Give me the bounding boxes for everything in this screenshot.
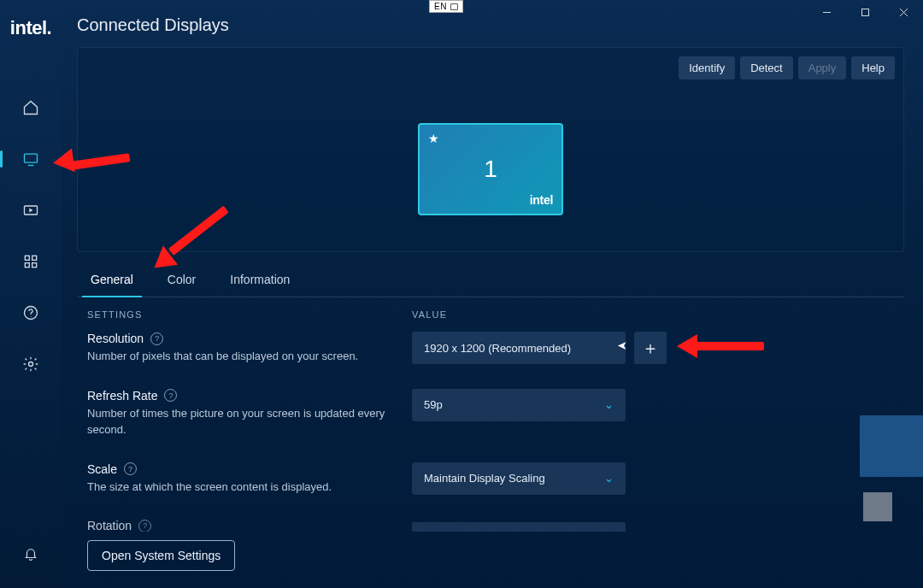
rotation-select[interactable] [412, 522, 626, 532]
language-indicator[interactable]: EN [429, 0, 463, 13]
refresh-title: Refresh Rate [87, 389, 157, 403]
scale-select[interactable]: Maintain Display Scaling ⌄ [412, 462, 626, 495]
help-circle-icon [22, 304, 39, 321]
scale-title: Scale [87, 462, 117, 476]
footer: Open System Settings [77, 532, 904, 588]
sidebar: intel. [0, 0, 62, 588]
column-header-value: VALUE [412, 309, 894, 320]
gear-icon [22, 356, 39, 373]
resolution-desc: Number of pixels that can be displayed o… [87, 349, 412, 365]
connected-displays-panel: Identify Detect Apply Help ★ 1 intel [77, 47, 904, 252]
window-controls [808, 0, 923, 24]
settings-tabs: General Color Information [77, 264, 904, 297]
rotation-title: Rotation [87, 519, 132, 532]
resolution-value: 1920 x 1200 (Recommended) [424, 342, 571, 355]
apply-button: Apply [798, 56, 847, 79]
decor-square [863, 492, 892, 521]
video-icon [22, 202, 39, 219]
help-icon[interactable]: ? [164, 389, 177, 402]
nav-display[interactable] [0, 142, 62, 176]
tab-color[interactable]: Color [164, 264, 199, 297]
display-tile-1[interactable]: ★ 1 intel [418, 123, 563, 215]
bell-icon [23, 546, 38, 562]
detect-button[interactable]: Detect [740, 56, 793, 79]
refresh-value: 59p [424, 398, 443, 411]
display-icon [22, 150, 39, 168]
nav-preferences[interactable] [0, 347, 62, 381]
primary-star-icon: ★ [428, 132, 439, 145]
help-button[interactable]: Help [851, 56, 895, 79]
home-icon [22, 99, 39, 116]
svg-rect-7 [25, 256, 29, 260]
scale-value: Maintain Display Scaling [424, 472, 545, 485]
row-resolution: Resolution? Number of pixels that can be… [77, 328, 904, 385]
keyboard-layout-icon [450, 3, 458, 10]
grid-icon [22, 253, 39, 270]
display-brand-label: intel [530, 193, 553, 207]
cursor-icon: ➤ [617, 338, 627, 352]
chevron-down-icon: ⌄ [604, 472, 614, 485]
tab-information[interactable]: Information [226, 264, 293, 297]
help-icon[interactable]: ? [124, 462, 137, 475]
refresh-rate-select[interactable]: 59p ⌄ [412, 389, 626, 421]
svg-point-12 [31, 316, 32, 317]
identify-button[interactable]: Identify [679, 56, 735, 79]
display-number: 1 [484, 156, 497, 183]
refresh-desc: Number of times the picture on your scre… [87, 406, 412, 438]
close-button[interactable] [885, 0, 923, 24]
open-system-settings-button[interactable]: Open System Settings [87, 540, 235, 571]
row-refresh-rate: Refresh Rate? Number of times the pictur… [77, 385, 904, 459]
svg-rect-10 [32, 263, 37, 268]
settings-body: SETTINGS VALUE Resolution? Number of pix… [77, 297, 904, 532]
row-rotation: Rotation? [77, 515, 904, 532]
decor-square [860, 415, 923, 477]
language-code-label: EN [434, 2, 447, 11]
tab-general[interactable]: General [87, 264, 137, 297]
nav-home[interactable] [0, 91, 62, 125]
column-header-settings: SETTINGS [87, 309, 412, 320]
nav-support[interactable] [0, 296, 62, 330]
row-scale: Scale? The size at which the screen cont… [77, 459, 904, 516]
add-custom-resolution-button[interactable]: ＋ [634, 332, 667, 364]
resolution-title: Resolution [87, 332, 144, 345]
nav-notifications[interactable] [0, 537, 62, 571]
help-icon[interactable]: ? [138, 520, 151, 532]
intel-logo: intel. [10, 17, 51, 39]
nav-apps[interactable] [0, 244, 62, 279]
titlebar: EN [0, 0, 923, 21]
help-icon[interactable]: ? [150, 332, 163, 345]
resolution-select[interactable]: 1920 x 1200 (Recommended) [412, 332, 626, 364]
scale-desc: The size at which the screen content is … [87, 479, 412, 496]
svg-rect-9 [25, 263, 29, 268]
svg-rect-4 [25, 154, 38, 162]
svg-rect-8 [32, 256, 37, 260]
svg-point-13 [29, 362, 33, 367]
nav-video[interactable] [0, 193, 62, 227]
main-content: Connected Displays Identify Detect Apply… [62, 0, 923, 588]
minimize-button[interactable] [808, 0, 846, 24]
maximize-button[interactable] [846, 0, 885, 24]
svg-rect-1 [862, 9, 869, 15]
chevron-down-icon: ⌄ [604, 398, 614, 411]
